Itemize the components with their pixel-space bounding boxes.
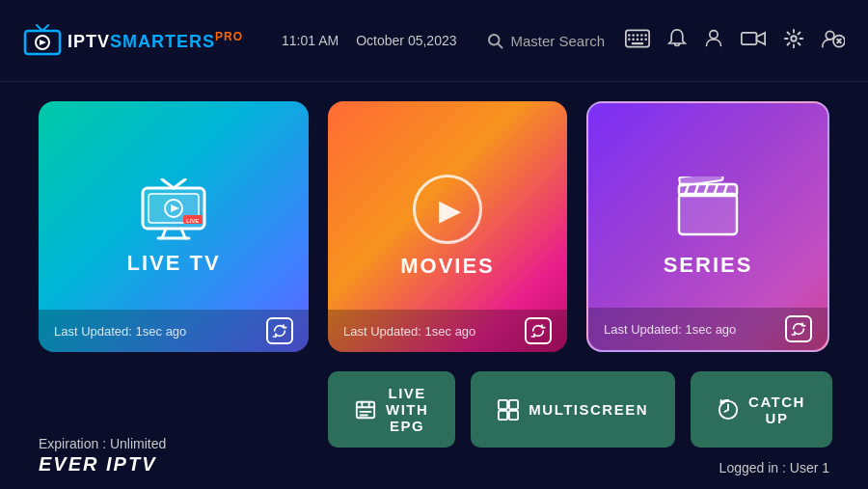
tv-icon: LIVE bbox=[135, 178, 212, 241]
svg-text:LIVE: LIVE bbox=[186, 218, 199, 224]
catchup-icon bbox=[718, 399, 739, 421]
search-button[interactable]: Master Search bbox=[486, 32, 606, 49]
logged-in-label: Logged in : User 1 bbox=[719, 460, 829, 475]
brand-name: EVER IPTV bbox=[39, 453, 166, 475]
live-tv-refresh-button[interactable] bbox=[266, 317, 293, 344]
footer-left: Expiration : Unlimited EVER IPTV bbox=[39, 436, 166, 475]
search-label: Master Search bbox=[511, 33, 606, 49]
footer: Expiration : Unlimited EVER IPTV Logged … bbox=[39, 436, 829, 475]
logo-icon bbox=[23, 23, 62, 58]
series-refresh-button[interactable] bbox=[785, 315, 812, 342]
profile-icon[interactable] bbox=[822, 28, 845, 54]
svg-marker-21 bbox=[756, 32, 765, 43]
movies-last-updated: Last Updated: 1sec ago bbox=[343, 324, 475, 339]
movies-footer: Last Updated: 1sec ago bbox=[328, 310, 567, 352]
svg-point-19 bbox=[710, 30, 718, 38]
live-tv-icon-container: LIVE bbox=[135, 178, 212, 241]
svg-rect-36 bbox=[679, 194, 737, 234]
series-footer: Last Updated: 1sec ago bbox=[588, 308, 827, 350]
svg-point-23 bbox=[826, 31, 834, 40]
search-icon bbox=[486, 32, 503, 49]
logo-pro-text: PRO bbox=[215, 30, 243, 43]
current-time: 11:01 AM bbox=[282, 33, 339, 48]
record-icon[interactable] bbox=[741, 30, 766, 52]
current-date: October 05,2023 bbox=[356, 33, 456, 48]
series-title: SERIES bbox=[664, 253, 753, 278]
logo-iptv-text: IPTV bbox=[68, 32, 110, 51]
svg-rect-51 bbox=[509, 399, 518, 408]
header-icons bbox=[625, 28, 845, 54]
header: IPTVSMARTERSPRO 11:01 AM October 05,2023… bbox=[0, 0, 868, 82]
live-tv-card[interactable]: LIVE LIVE TV Last Updated: 1sec ago bbox=[39, 101, 309, 352]
logo-smarters-text: SMARTERS bbox=[110, 32, 215, 51]
live-tv-title: LIVE TV bbox=[126, 251, 220, 276]
movies-play-icon: ▶ bbox=[413, 175, 482, 244]
notification-icon[interactable] bbox=[667, 28, 687, 54]
svg-marker-2 bbox=[40, 40, 46, 45]
expiration-label: Expiration : Unlimited bbox=[39, 436, 166, 451]
svg-rect-20 bbox=[742, 32, 757, 43]
keyboard-icon[interactable] bbox=[625, 29, 650, 53]
multiscreen-icon bbox=[498, 399, 519, 421]
movies-card[interactable]: ▶ MOVIES Last Updated: 1sec ago bbox=[328, 101, 567, 352]
series-card[interactable]: SERIES Last Updated: 1sec ago bbox=[586, 101, 829, 352]
main-content: LIVE LIVE TV Last Updated: 1sec ago ▶ bbox=[0, 82, 868, 467]
svg-rect-52 bbox=[499, 410, 507, 419]
live-tv-footer: Last Updated: 1sec ago bbox=[39, 310, 309, 352]
svg-rect-50 bbox=[499, 399, 507, 408]
series-last-updated: Last Updated: 1sec ago bbox=[604, 322, 736, 337]
live-tv-last-updated: Last Updated: 1sec ago bbox=[54, 324, 186, 339]
movies-refresh-button[interactable] bbox=[525, 317, 552, 344]
settings-icon[interactable] bbox=[783, 28, 804, 54]
user-icon[interactable] bbox=[704, 28, 723, 54]
live-epg-icon bbox=[355, 399, 376, 421]
time-area: 11:01 AM October 05,2023 bbox=[282, 33, 456, 48]
svg-rect-53 bbox=[509, 410, 518, 419]
cards-row: LIVE LIVE TV Last Updated: 1sec ago ▶ bbox=[39, 101, 829, 352]
logo: IPTVSMARTERSPRO bbox=[23, 23, 243, 58]
movies-title: MOVIES bbox=[400, 254, 495, 279]
series-clapper-icon bbox=[674, 177, 742, 243]
svg-point-22 bbox=[791, 36, 797, 41]
svg-line-6 bbox=[498, 43, 502, 47]
